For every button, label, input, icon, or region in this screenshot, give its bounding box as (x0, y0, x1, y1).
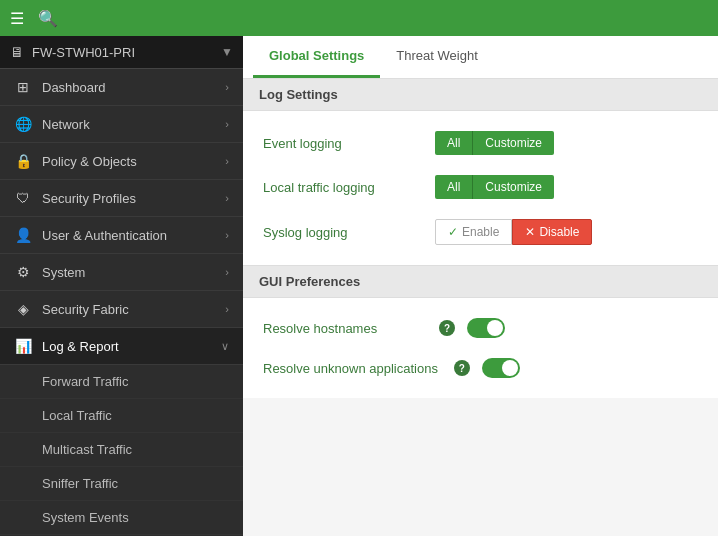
sidebar-item-dashboard[interactable]: ⊞ Dashboard › (0, 69, 243, 106)
sidebar-item-label: Security Fabric (42, 302, 215, 317)
tabs-bar: Global Settings Threat Weight (243, 36, 718, 79)
sidebar-item-label: Dashboard (42, 80, 215, 95)
sidebar-item-label: Log & Report (42, 339, 211, 354)
main-layout: 🖥 FW-STWH01-PRI ▼ ⊞ Dashboard › 🌐 Networ… (0, 36, 718, 536)
hamburger-icon[interactable]: ☰ (10, 9, 24, 28)
sidebar-sub-item-system-events[interactable]: System Events (0, 501, 243, 535)
gui-preferences-area: Resolve hostnames ? Resolve unknown appl… (243, 298, 718, 398)
security-profiles-icon: 🛡 (14, 190, 32, 206)
security-fabric-icon: ◈ (14, 301, 32, 317)
sub-item-label: Sniffer Traffic (42, 476, 118, 491)
resolve-unknown-apps-toggle[interactable] (482, 358, 520, 378)
local-traffic-customize-button[interactable]: Customize (472, 175, 554, 199)
log-settings-area: Event logging All Customize Local traffi… (243, 111, 718, 266)
search-icon[interactable]: 🔍 (38, 9, 58, 28)
syslog-disable-button[interactable]: ✕ Disable (512, 219, 592, 245)
resolve-hostnames-toggle[interactable] (467, 318, 505, 338)
resolve-hostnames-row: Resolve hostnames ? (243, 308, 718, 348)
sub-item-label: Local Traffic (42, 408, 112, 423)
sidebar-item-policy-objects[interactable]: 🔒 Policy & Objects › (0, 143, 243, 180)
chevron-right-icon: › (225, 118, 229, 130)
sidebar-item-security-profiles[interactable]: 🛡 Security Profiles › (0, 180, 243, 217)
chevron-right-icon: › (225, 303, 229, 315)
tab-threat-weight[interactable]: Threat Weight (380, 36, 493, 78)
local-traffic-all-button[interactable]: All (435, 175, 472, 199)
system-icon: ⚙ (14, 264, 32, 280)
chevron-right-icon: › (225, 229, 229, 241)
chevron-right-icon: › (225, 81, 229, 93)
gui-preferences-section-header: GUI Preferences (243, 266, 718, 298)
sidebar-sub-item-forward-traffic[interactable]: Forward Traffic (0, 365, 243, 399)
event-logging-all-button[interactable]: All (435, 131, 472, 155)
policy-icon: 🔒 (14, 153, 32, 169)
syslog-logging-label: Syslog logging (263, 225, 423, 240)
resolve-hostnames-label: Resolve hostnames (263, 321, 423, 336)
x-icon: ✕ (525, 225, 535, 239)
local-traffic-logging-btn-group: All Customize (435, 175, 554, 199)
log-settings-section-header: Log Settings (243, 79, 718, 111)
chevron-right-icon: › (225, 155, 229, 167)
top-bar: ☰ 🔍 (0, 0, 718, 36)
resolve-unknown-apps-label: Resolve unknown applications (263, 361, 438, 376)
event-logging-btn-group: All Customize (435, 131, 554, 155)
resolve-unknown-apps-help-icon[interactable]: ? (454, 360, 470, 376)
event-logging-row: Event logging All Customize (243, 121, 718, 165)
device-name: FW-STWH01-PRI (32, 45, 135, 60)
sidebar-item-log-report[interactable]: 📊 Log & Report ∨ (0, 328, 243, 365)
sidebar-item-system[interactable]: ⚙ System › (0, 254, 243, 291)
device-icon: 🖥 (10, 44, 24, 60)
device-selector[interactable]: 🖥 FW-STWH01-PRI ▼ (0, 36, 243, 69)
device-chevron-icon: ▼ (221, 45, 233, 59)
chevron-down-icon: ∨ (221, 340, 229, 353)
sub-item-label: Multicast Traffic (42, 442, 132, 457)
dashboard-icon: ⊞ (14, 79, 32, 95)
sub-item-label: System Events (42, 510, 129, 525)
sub-item-label: Forward Traffic (42, 374, 128, 389)
sidebar-item-user-auth[interactable]: 👤 User & Authentication › (0, 217, 243, 254)
content-body: Log Settings Event logging All Customize… (243, 79, 718, 536)
chevron-right-icon: › (225, 192, 229, 204)
check-icon: ✓ (448, 225, 458, 239)
local-traffic-logging-label: Local traffic logging (263, 180, 423, 195)
resolve-hostnames-help-icon[interactable]: ? (439, 320, 455, 336)
sidebar: 🖥 FW-STWH01-PRI ▼ ⊞ Dashboard › 🌐 Networ… (0, 36, 243, 536)
sidebar-sub-item-sniffer-traffic[interactable]: Sniffer Traffic (0, 467, 243, 501)
tab-global-settings[interactable]: Global Settings (253, 36, 380, 78)
sidebar-item-label: Network (42, 117, 215, 132)
sidebar-item-label: System (42, 265, 215, 280)
syslog-logging-btn-group: ✓ Enable ✕ Disable (435, 219, 592, 245)
resolve-unknown-apps-row: Resolve unknown applications ? (243, 348, 718, 388)
log-report-icon: 📊 (14, 338, 32, 354)
chevron-right-icon: › (225, 266, 229, 278)
sidebar-item-label: User & Authentication (42, 228, 215, 243)
sidebar-item-label: Security Profiles (42, 191, 215, 206)
syslog-logging-row: Syslog logging ✓ Enable ✕ Disable (243, 209, 718, 255)
sidebar-item-label: Policy & Objects (42, 154, 215, 169)
network-icon: 🌐 (14, 116, 32, 132)
content-area: Global Settings Threat Weight Log Settin… (243, 36, 718, 536)
event-logging-label: Event logging (263, 136, 423, 151)
sidebar-sub-item-local-traffic[interactable]: Local Traffic (0, 399, 243, 433)
local-traffic-logging-row: Local traffic logging All Customize (243, 165, 718, 209)
user-icon: 👤 (14, 227, 32, 243)
event-logging-customize-button[interactable]: Customize (472, 131, 554, 155)
sidebar-item-network[interactable]: 🌐 Network › (0, 106, 243, 143)
syslog-enable-button[interactable]: ✓ Enable (435, 219, 512, 245)
sidebar-item-security-fabric[interactable]: ◈ Security Fabric › (0, 291, 243, 328)
sidebar-sub-item-multicast-traffic[interactable]: Multicast Traffic (0, 433, 243, 467)
